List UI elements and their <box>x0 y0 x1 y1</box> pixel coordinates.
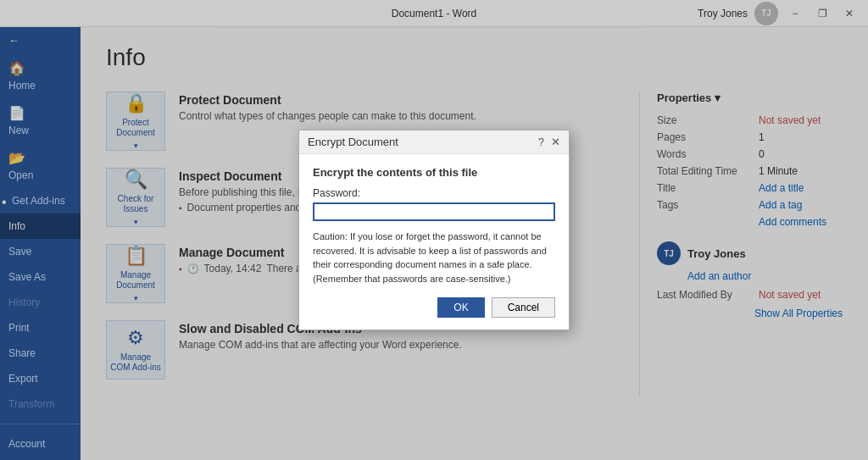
dialog-heading: Encrypt the contents of this file <box>313 166 555 179</box>
dialog-help-button[interactable]: ? <box>538 136 544 147</box>
dialog-title: Encrypt Document <box>308 136 398 148</box>
dialog-close-button[interactable]: ✕ <box>551 136 560 147</box>
dialog-body: Encrypt the contents of this file Passwo… <box>299 154 569 330</box>
dialog-password-input[interactable] <box>313 202 555 221</box>
dialog-warning-text: Caution: If you lose or forget the passw… <box>313 230 555 285</box>
dialog-buttons: OK Cancel <box>313 297 555 318</box>
dialog-ok-button[interactable]: OK <box>437 297 484 318</box>
dialog-controls: ? ✕ <box>538 136 560 147</box>
dialog-cancel-button[interactable]: Cancel <box>492 297 555 318</box>
encrypt-dialog: Encrypt Document ? ✕ Encrypt the content… <box>298 130 570 330</box>
dialog-titlebar: Encrypt Document ? ✕ <box>299 130 569 154</box>
dialog-password-label: Password: <box>313 187 555 199</box>
dialog-overlay: Encrypt Document ? ✕ Encrypt the content… <box>0 0 868 460</box>
